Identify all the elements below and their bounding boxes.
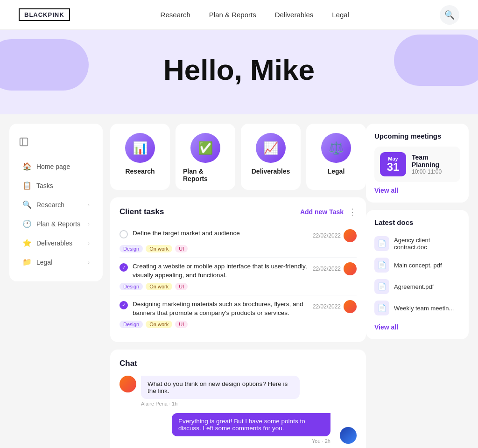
list-item[interactable]: 📄 Main concept. pdf <box>374 254 460 276</box>
deliverables-icon: ⭐ <box>22 238 32 247</box>
sidebar-item-research[interactable]: 🔍 Research › <box>13 196 99 214</box>
hero-greeting: Hello, Mike <box>9 53 469 86</box>
task-avatar-1 <box>344 229 357 242</box>
doc-icon-2: 📄 <box>374 258 389 273</box>
tasks-header: Client tasks Add new Task ⋮ <box>120 207 357 217</box>
plan-reports-card-icon: ✅ <box>190 133 220 163</box>
task-checkbox-1[interactable] <box>120 230 128 238</box>
category-card-deliverables[interactable]: 📈 Deliverables <box>241 124 301 190</box>
doc-name-4: Weekly team meetin... <box>394 305 454 312</box>
docs-panel: Latest docs 📄 Agency client contract.doc… <box>366 210 469 339</box>
sidebar-label-deliverables: Deliverables <box>36 239 72 247</box>
meetings-view-all-button[interactable]: View all <box>374 187 398 194</box>
plan-reports-icon: 🕐 <box>22 219 32 228</box>
svg-rect-0 <box>20 138 28 146</box>
hero-section: Hello, Mike <box>0 30 478 114</box>
sidebar-label-legal: Legal <box>36 259 52 266</box>
sidebar-collapse-icon[interactable] <box>9 133 103 156</box>
tag-ui: UI <box>175 245 188 252</box>
tag-onwork: On work <box>146 245 172 252</box>
meetings-title: Upcoming meetings <box>374 132 460 140</box>
nav-links: Research Plan & Reports Deliverables Leg… <box>161 11 349 19</box>
task-text-3: Designing marketing materials such as br… <box>133 300 308 318</box>
meeting-time: 10:00-11:00 <box>412 168 455 175</box>
list-item: What do you think on new design options?… <box>120 376 357 406</box>
task-date-1: 22/02/2022 <box>313 232 341 239</box>
category-card-research[interactable]: 📊 Research <box>110 124 170 190</box>
chat-bubble-left-1: What do you think on new design options?… <box>141 376 300 406</box>
list-item[interactable]: 📄 Agreement.pdf <box>374 276 460 297</box>
chat-panel: Chat What do you think on new design opt… <box>110 350 366 448</box>
sidebar-label-plan-reports: Plan & Reports <box>36 220 80 228</box>
search-button[interactable]: 🔍 <box>440 5 459 25</box>
task-date-2: 22/02/2022 <box>313 266 341 272</box>
meeting-card: May 31 Team Planning 10:00-11:00 <box>374 147 460 182</box>
avatar <box>120 376 136 392</box>
task-checkbox-2[interactable]: ✓ <box>120 263 128 272</box>
task-tags-1: Design On work UI <box>120 245 357 252</box>
plan-reports-card-label: Plan & Reports <box>183 168 228 182</box>
tasks-panel: Client tasks Add new Task ⋮ Define the t… <box>110 197 366 342</box>
sidebar-item-home-page[interactable]: 🏠 Home page <box>13 157 99 175</box>
search-icon: 🔍 <box>444 10 455 20</box>
nav-deliverables[interactable]: Deliverables <box>275 11 314 19</box>
avatar <box>340 427 357 444</box>
meeting-date-box: May 31 <box>380 152 406 176</box>
sidebar: 🏠 Home page 📋 Tasks 🔍 Research › 🕐 Plan … <box>9 124 103 281</box>
task-text-2: Creating a website or mobile app interfa… <box>133 262 308 280</box>
category-card-plan-reports[interactable]: ✅ Plan & Reports <box>176 124 235 190</box>
tasks-title: Client tasks <box>120 207 164 217</box>
task-date-3: 22/02/2022 <box>313 303 341 310</box>
logo: BLACKPINK <box>19 8 70 21</box>
legal-card-label: Legal <box>328 168 345 175</box>
research-icon: 🔍 <box>22 200 32 209</box>
meeting-info: Team Planning 10:00-11:00 <box>412 154 455 175</box>
meeting-day: 31 <box>386 161 401 173</box>
list-item: Everything is great! But I have some poi… <box>120 413 357 444</box>
sidebar-label-home: Home page <box>36 163 70 170</box>
sidebar-item-plan-reports[interactable]: 🕐 Plan & Reports › <box>13 215 99 233</box>
chat-sender-1: Alaire Pena · 1h <box>141 401 300 406</box>
chat-text-1: What do you think on new design options?… <box>141 376 300 399</box>
doc-icon-4: 📄 <box>374 301 389 315</box>
sidebar-item-tasks[interactable]: 📋 Tasks <box>13 176 99 195</box>
doc-name-2: Main concept. pdf <box>394 262 442 269</box>
chat-sender-2: You · 2h <box>172 438 330 444</box>
research-card-icon: 📊 <box>125 133 155 163</box>
chat-text-2: Everything is great! But I have some poi… <box>172 413 330 436</box>
sidebar-arrow-plan: › <box>88 221 90 227</box>
sidebar-arrow-deliverables: › <box>88 240 90 246</box>
list-item[interactable]: 📄 Weekly team meetin... <box>374 297 460 319</box>
task-checkbox-3[interactable]: ✓ <box>120 301 128 309</box>
sidebar-item-deliverables[interactable]: ⭐ Deliverables › <box>13 234 99 252</box>
deliverables-card-label: Deliverables <box>252 168 290 175</box>
category-card-legal[interactable]: ⚖️ Legal <box>306 124 366 190</box>
meetings-panel: Upcoming meetings May 31 Team Planning 1… <box>366 124 469 203</box>
task-tags-3: Design On work UI <box>120 321 357 328</box>
tasks-icon: 📋 <box>22 181 32 190</box>
sidebar-label-tasks: Tasks <box>36 182 53 189</box>
docs-title: Latest docs <box>374 218 460 226</box>
task-tags-2: Design On work UI <box>120 283 357 290</box>
add-task-button[interactable]: Add new Task <box>300 208 344 216</box>
category-cards-row: 📊 Research ✅ Plan & Reports 📈 Deliverabl… <box>110 124 366 190</box>
sidebar-arrow-legal: › <box>88 259 90 265</box>
nav-plan-reports[interactable]: Plan & Reports <box>209 11 256 19</box>
sidebar-arrow-research: › <box>88 202 90 208</box>
tasks-more-button[interactable]: ⋮ <box>348 207 357 217</box>
legal-card-icon: ⚖️ <box>321 133 351 163</box>
docs-view-all-button[interactable]: View all <box>374 323 398 331</box>
tag-ui: UI <box>175 321 188 328</box>
nav-legal[interactable]: Legal <box>332 11 349 19</box>
task-meta-2: 22/02/2022 <box>313 262 357 275</box>
nav-research[interactable]: Research <box>161 11 190 19</box>
task-text-1: Define the target market and audience <box>133 229 308 238</box>
sidebar-item-legal[interactable]: 📁 Legal › <box>13 253 99 271</box>
list-item[interactable]: 📄 Agency client contract.doc <box>374 233 460 254</box>
tag-onwork: On work <box>146 283 172 290</box>
sidebar-label-research: Research <box>36 201 64 209</box>
meeting-name: Team Planning <box>412 154 455 168</box>
chat-title: Chat <box>120 359 357 368</box>
tag-design: Design <box>120 321 143 328</box>
content-area: 📊 Research ✅ Plan & Reports 📈 Deliverabl… <box>110 124 366 448</box>
